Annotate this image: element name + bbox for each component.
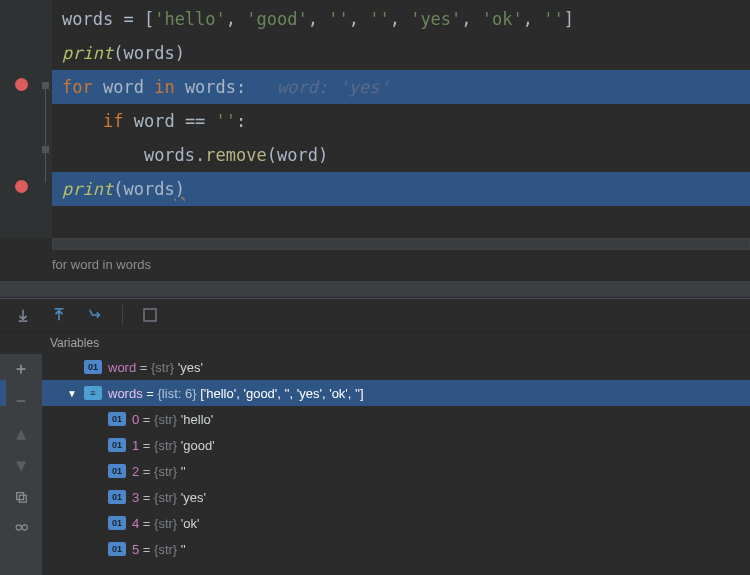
- code-line[interactable]: if word == '':: [52, 104, 750, 138]
- arrow-up-icon[interactable]: [50, 306, 68, 324]
- breakpoint-icon[interactable]: [15, 78, 28, 91]
- value-badge-icon: 01: [108, 516, 126, 530]
- accent-bar: [0, 380, 6, 406]
- debug-toolbar: [0, 298, 750, 332]
- value-badge-icon: 01: [108, 490, 126, 504]
- list-badge-icon: ≡: [84, 386, 102, 400]
- variable-row[interactable]: 013 = {str} 'yes': [42, 484, 750, 510]
- variable-row[interactable]: 010 = {str} 'hello': [42, 406, 750, 432]
- svg-rect-10: [17, 493, 24, 500]
- value-badge-icon: 01: [108, 542, 126, 556]
- step-into-icon[interactable]: [86, 306, 104, 324]
- identifier: words: [62, 9, 113, 29]
- variable-row[interactable]: 01 word = {str} 'yes': [42, 354, 750, 380]
- breakpoint-gutter[interactable]: [0, 0, 40, 238]
- value-badge-icon: 01: [108, 464, 126, 478]
- horizontal-scrollbar[interactable]: [52, 238, 750, 250]
- breakpoint-icon[interactable]: [15, 180, 28, 193]
- fold-gutter[interactable]: [40, 0, 52, 238]
- builtin-func: print: [62, 43, 113, 63]
- inline-debug-hint: word: 'yes': [277, 77, 390, 97]
- variable-row[interactable]: 012 = {str} '': [42, 458, 750, 484]
- calculator-icon[interactable]: [141, 306, 159, 324]
- inspect-icon[interactable]: [12, 520, 30, 538]
- value-badge-icon: 01: [108, 412, 126, 426]
- variable-row[interactable]: ▼ ≡ words = {list: 6} ['hello', 'good', …: [42, 380, 750, 406]
- move-down-icon[interactable]: ▼: [12, 456, 30, 474]
- fold-line: [45, 82, 46, 182]
- svg-point-12: [16, 525, 21, 530]
- variables-tree[interactable]: 01 word = {str} 'yes' ▼ ≡ words = {list:…: [42, 354, 750, 575]
- code-line[interactable]: words = ['hello', 'good', '', '', 'yes',…: [52, 2, 750, 36]
- variable-row[interactable]: 015 = {str} '': [42, 536, 750, 562]
- code-line[interactable]: for word in words: word: 'yes': [52, 70, 750, 104]
- code-line[interactable]: print(words): [52, 172, 750, 206]
- breadcrumb-text: for word in words: [52, 257, 151, 272]
- copy-icon[interactable]: [12, 488, 30, 506]
- code-line[interactable]: words.remove(word): [52, 138, 750, 172]
- svg-rect-11: [19, 495, 26, 502]
- variable-row[interactable]: 011 = {str} 'good': [42, 432, 750, 458]
- add-watch-icon[interactable]: [12, 360, 30, 378]
- toolbar-separator: [122, 305, 123, 325]
- value-badge-icon: 01: [108, 438, 126, 452]
- variables-panel: ▲ ▼ 01 word = {str} 'yes' ▼ ≡ words = {l…: [0, 354, 750, 575]
- collapse-icon[interactable]: ▼: [66, 388, 78, 399]
- variables-header: Variables: [0, 332, 750, 354]
- value-badge-icon: 01: [84, 360, 102, 374]
- code-line[interactable]: print(words): [52, 36, 750, 70]
- variable-row[interactable]: 014 = {str} 'ok': [42, 510, 750, 536]
- remove-watch-icon[interactable]: [12, 392, 30, 410]
- code-area[interactable]: words = ['hello', 'good', '', '', 'yes',…: [52, 0, 750, 238]
- divider: [0, 280, 750, 298]
- fold-region-icon[interactable]: [42, 146, 49, 153]
- arrow-down-icon[interactable]: [14, 306, 32, 324]
- svg-point-13: [22, 525, 27, 530]
- breadcrumb[interactable]: for word in words: [0, 250, 750, 280]
- svg-rect-0: [144, 309, 156, 321]
- variables-toolbar: ▲ ▼: [0, 354, 42, 575]
- move-up-icon[interactable]: ▲: [12, 424, 30, 442]
- code-editor[interactable]: words = ['hello', 'good', '', '', 'yes',…: [0, 0, 750, 238]
